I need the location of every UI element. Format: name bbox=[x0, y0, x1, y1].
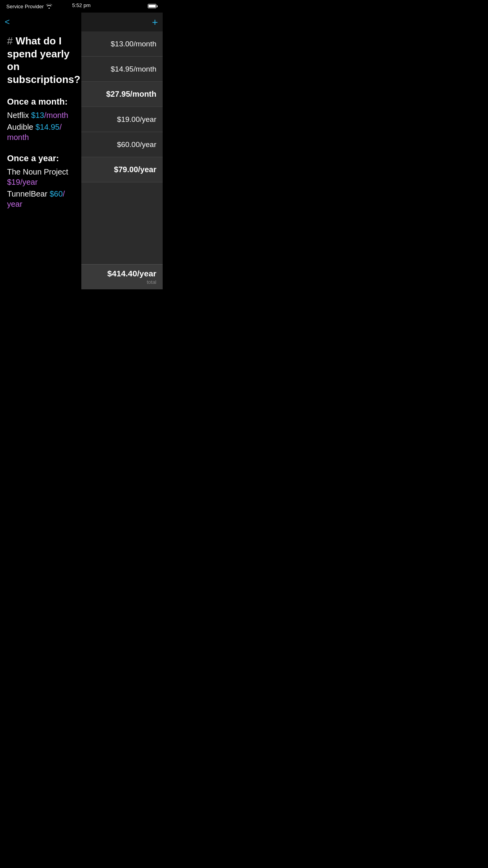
subscription-noun-project: The Noun Project$19/year bbox=[7, 167, 74, 187]
back-button[interactable]: < bbox=[5, 17, 10, 27]
right-column: + $13.00/month $14.95/month $27.95/month… bbox=[81, 13, 163, 289]
total-value: $414.40/year bbox=[107, 269, 156, 278]
status-time: 5:52 pm bbox=[72, 2, 91, 8]
result-row-yearly-subtotal: $79.00/year bbox=[81, 157, 163, 182]
note-content: # What do I spend yearly on subscription… bbox=[0, 31, 81, 289]
noun-price: $19 bbox=[7, 178, 20, 186]
result-row-noun-project: $19.00/year bbox=[81, 107, 163, 132]
note-title: # What do I spend yearly on subscription… bbox=[7, 35, 74, 86]
result-row-tunnelbear: $60.00/year bbox=[81, 132, 163, 157]
left-column: < # What do I spend yearly on subscripti… bbox=[0, 13, 81, 289]
wifi-icon bbox=[46, 4, 52, 9]
subscription-audible: Audible $14.95/month bbox=[7, 122, 74, 142]
result-value-audible: $14.95/month bbox=[111, 65, 156, 74]
battery-indicator bbox=[148, 3, 156, 10]
right-nav-bar: + bbox=[81, 13, 163, 31]
hash-symbol: # bbox=[7, 35, 13, 47]
section-heading-monthly: Once a month: bbox=[7, 97, 74, 107]
add-button[interactable]: + bbox=[152, 17, 158, 27]
carrier-text: Service Provider bbox=[6, 4, 44, 9]
results-spacer bbox=[81, 182, 163, 264]
audible-price: $14.95 bbox=[35, 123, 59, 131]
status-bar: Service Provider 5:52 pm bbox=[0, 0, 163, 13]
total-bar: $414.40/year total bbox=[81, 264, 163, 289]
audible-period-2: month bbox=[7, 133, 29, 142]
audible-period: / bbox=[59, 123, 62, 131]
tunnelbear-price: $60 bbox=[50, 189, 62, 198]
subscription-tunnelbear: TunnelBear $60/year bbox=[7, 189, 74, 209]
left-nav-bar: < bbox=[0, 13, 81, 31]
status-left: Service Provider bbox=[6, 4, 52, 9]
section-heading-yearly: Once a year: bbox=[7, 153, 74, 164]
netflix-price: $13 bbox=[31, 111, 44, 120]
subscription-netflix: Netflix $13/month bbox=[7, 110, 74, 120]
tunnelbear-period-2: year bbox=[7, 200, 22, 208]
total-label: total bbox=[147, 279, 156, 285]
noun-period: /year bbox=[20, 178, 37, 186]
result-value-noun-project: $19.00/year bbox=[117, 115, 156, 124]
result-row-monthly-subtotal: $27.95/month bbox=[81, 82, 163, 107]
main-layout: < # What do I spend yearly on subscripti… bbox=[0, 13, 163, 289]
result-row-audible: $14.95/month bbox=[81, 57, 163, 82]
results-area: $13.00/month $14.95/month $27.95/month $… bbox=[81, 31, 163, 289]
result-value-monthly-subtotal: $27.95/month bbox=[106, 90, 156, 99]
result-row-netflix: $13.00/month bbox=[81, 31, 163, 57]
tunnelbear-period: / bbox=[63, 189, 65, 198]
result-value-netflix: $13.00/month bbox=[111, 40, 156, 48]
result-value-tunnelbear: $60.00/year bbox=[117, 140, 156, 149]
netflix-period: /month bbox=[44, 111, 68, 120]
result-value-yearly-subtotal: $79.00/year bbox=[114, 165, 156, 174]
